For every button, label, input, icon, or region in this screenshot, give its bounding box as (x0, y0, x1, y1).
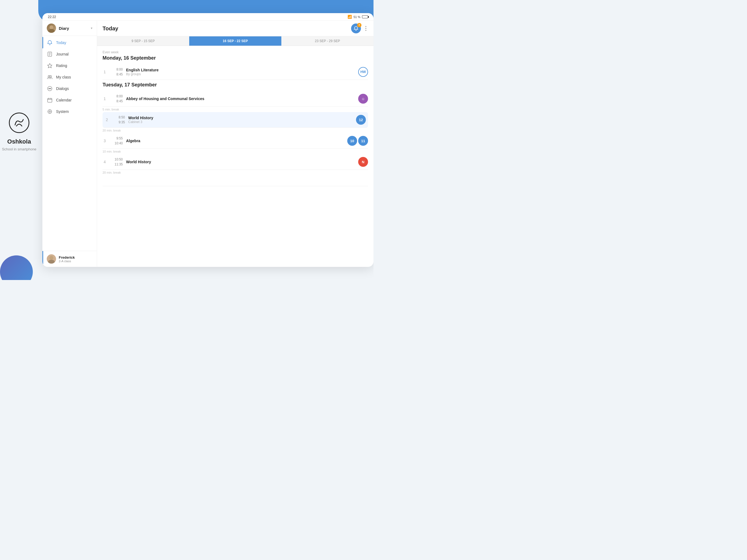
lesson-row[interactable]: 1 8:00 8:45 English Literature By groups… (103, 64, 368, 80)
status-right: 📶 51 % (347, 15, 368, 19)
panel-header: Today 7 (97, 21, 374, 36)
time-end: 10:40 (110, 141, 123, 146)
brand-logo (8, 112, 30, 134)
time-start: 8:00 (110, 94, 123, 99)
lesson-avatar: N (358, 157, 368, 167)
svg-point-1 (50, 25, 53, 29)
week-label: Even week (103, 50, 368, 54)
sidebar-item-calendar[interactable]: Calendar (42, 94, 97, 106)
lesson-row[interactable]: 1 8:00 8:45 Abbey of Housing and Communa… (103, 91, 368, 107)
user-name: Frederick (59, 255, 93, 259)
sidebar-item-calendar-label: Calendar (56, 98, 72, 102)
sidebar-avatar (47, 24, 56, 33)
lesson-avatar: ☺ (358, 94, 368, 104)
time-start: 8:00 (110, 67, 123, 72)
lesson-info: World History Cabinet 3 (128, 116, 353, 124)
break-label: 5 min. break (103, 107, 368, 112)
time-end: 8:45 (110, 72, 123, 77)
lesson-number: 3 (103, 138, 107, 143)
lesson-info: World History (126, 160, 355, 164)
lesson-number: 1 (103, 97, 107, 101)
week-tab-3[interactable]: 23 SEP - 29 SEP (281, 36, 374, 46)
sidebar-title: Diary (59, 26, 88, 31)
brand-name: Oshkola (7, 138, 31, 145)
week-tab-1[interactable]: 9 SEP - 15 SEP (97, 36, 189, 46)
lesson-sub: By groups (126, 72, 355, 76)
journal-icon (47, 51, 53, 57)
wifi-icon: 📶 (347, 15, 352, 19)
lesson-row[interactable]: 3 9:55 10:40 Algebra 10 11 (103, 133, 368, 149)
day-header-monday: Monday, 16 September (103, 55, 368, 61)
lesson-row-highlighted[interactable]: 2 8:50 9:35 World History Cabinet 3 12 (103, 112, 368, 128)
svg-point-5 (48, 75, 50, 77)
schedule-content[interactable]: Even week Monday, 16 September 1 8:00 8:… (97, 46, 374, 267)
time-start: 9:55 (110, 136, 123, 141)
svg-rect-11 (48, 98, 52, 102)
lesson-name: English Literature (126, 68, 355, 72)
time-end: 11:35 (110, 162, 123, 167)
notification-badge: 7 (357, 23, 361, 27)
lesson-time: 10:50 11:35 (110, 157, 123, 167)
lesson-info: Algebra (126, 138, 344, 143)
user-class: 2-A class (59, 259, 93, 263)
svg-point-10 (50, 88, 51, 89)
more-dot (365, 26, 366, 27)
lesson-time: 8:50 9:35 (112, 115, 125, 125)
svg-point-2 (48, 29, 55, 33)
lesson-info: Abbey of Housing and Communal Services (126, 97, 355, 101)
sidebar-item-today[interactable]: Today (42, 37, 97, 48)
lesson-info: English Literature By groups (126, 68, 355, 76)
sidebar-item-system[interactable]: System (42, 106, 97, 117)
notification-button[interactable]: 7 (351, 24, 361, 33)
sidebar-user[interactable]: Frederick 2-A class (42, 251, 97, 267)
lesson-name: Abbey of Housing and Communal Services (126, 97, 355, 101)
sidebar-header[interactable]: Diary ▾ (42, 21, 97, 36)
lesson-avatars: 10 11 (347, 136, 368, 146)
sidebar-item-rating[interactable]: Rating (42, 60, 97, 71)
lesson-name: World History (128, 116, 353, 120)
lesson-avatar: 12 (356, 115, 366, 125)
sidebar-item-journal-label: Journal (56, 52, 69, 56)
main-panel: Today 7 (97, 21, 374, 267)
day-tuesday: Tuesday, 17 September 1 8:00 8:45 Abbey … (103, 82, 368, 186)
week-tab-2[interactable]: 16 SEP - 22 SEP (189, 36, 281, 46)
lesson-name: World History (126, 160, 355, 164)
day-monday: Monday, 16 September 1 8:00 8:45 English… (103, 55, 368, 80)
people-icon (47, 74, 53, 80)
sidebar-item-today-label: Today (56, 41, 66, 45)
lesson-number: 4 (103, 160, 107, 164)
lesson-time: 8:00 8:45 (110, 94, 123, 104)
sidebar-item-system-label: System (56, 109, 69, 114)
battery-percent: 51 % (354, 15, 360, 19)
lesson-avatar: 11 (358, 136, 368, 146)
user-info: Frederick 2-A class (59, 255, 93, 263)
more-dot (365, 30, 366, 31)
svg-point-9 (50, 88, 50, 89)
break-label: 20 min. break (103, 128, 368, 133)
more-dot (365, 28, 366, 29)
time-start: 8:50 (112, 115, 125, 120)
status-bar: 22:22 📶 51 % (42, 13, 374, 21)
app-card: 22:22 📶 51 % Diary ▾ (42, 13, 374, 267)
more-button[interactable] (364, 24, 368, 32)
sidebar-item-dialogs[interactable]: Dialogs (42, 83, 97, 94)
system-icon (47, 108, 53, 114)
lesson-sub: Cabinet 3 (128, 120, 353, 124)
lesson-time: 8:00 8:45 (110, 67, 123, 77)
lesson-time: 9:55 10:40 (110, 136, 123, 146)
lesson-avatar: 10 (347, 136, 357, 146)
panel-actions: 7 (351, 24, 368, 33)
time-end: 8:45 (110, 99, 123, 104)
sidebar-item-myclass[interactable]: My class (42, 71, 97, 83)
lesson-number: 1 (103, 70, 107, 74)
break-label: 10 min. break (103, 149, 368, 154)
main-content: Diary ▾ Today (42, 21, 374, 267)
break-label: 20 min. break (103, 170, 368, 175)
sidebar-item-journal[interactable]: Journal (42, 48, 97, 60)
lesson-row[interactable]: 4 10:50 11:35 World History N (103, 154, 368, 170)
calendar-icon (47, 97, 53, 103)
sidebar-item-rating-label: Rating (56, 63, 67, 68)
sidebar: Diary ▾ Today (42, 21, 97, 267)
day-header-tuesday: Tuesday, 17 September (103, 82, 368, 88)
nav-items: Today Journal (42, 36, 97, 251)
